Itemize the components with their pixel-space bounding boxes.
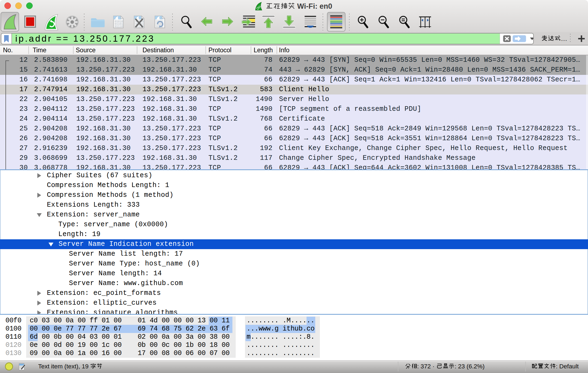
svg-text:01110: 01110 <box>115 25 123 28</box>
